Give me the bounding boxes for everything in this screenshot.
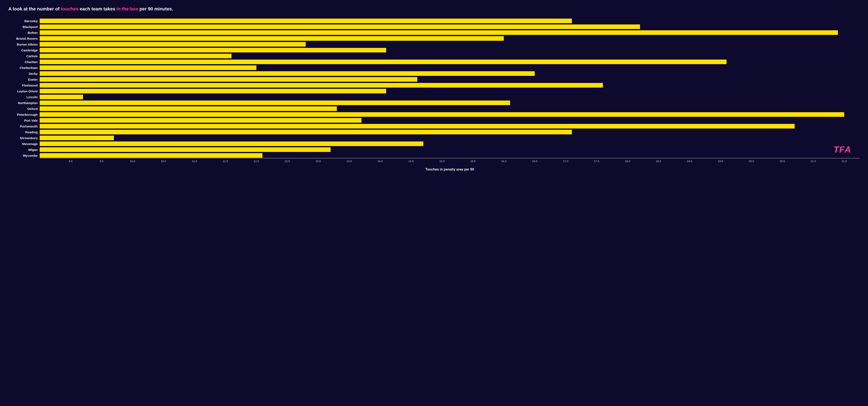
- tick-label: 12.5: [285, 160, 290, 163]
- team-label: Reading: [8, 129, 40, 135]
- tick-label: 17.0: [563, 160, 568, 163]
- labels-column: BarnsleyBlackpoolBoltonBristol RoversBur…: [8, 18, 40, 158]
- team-label: Cambridge: [8, 47, 40, 53]
- tick-label: 10.0: [130, 160, 135, 163]
- bar: [40, 36, 504, 41]
- bar: [40, 77, 417, 82]
- tick-label: 20.0: [749, 160, 754, 163]
- tick-label: 14.0: [377, 160, 382, 163]
- tick-label: 11.0: [192, 160, 197, 163]
- bar: [40, 153, 262, 158]
- title-suffix: per 90 minutes.: [138, 6, 173, 11]
- bar-row: [40, 106, 860, 112]
- team-label: Peterborough: [8, 112, 40, 118]
- chart-container: BarnsleyBlackpoolBoltonBristol RoversBur…: [8, 18, 860, 171]
- bar: [40, 89, 386, 93]
- team-label: Fleetwood: [8, 82, 40, 88]
- x-axis-area: 9.09.510.010.511.011.512.012.513.013.514…: [8, 160, 860, 166]
- tfa-logo: TFA: [834, 145, 851, 155]
- team-label: Blackpool: [8, 24, 40, 30]
- bar: [40, 54, 231, 58]
- bar-row: [40, 153, 860, 158]
- team-label: Barnsley: [8, 18, 40, 24]
- bar: [40, 48, 386, 53]
- title-middle: each team takes: [79, 6, 116, 11]
- tick-label: 13.0: [315, 160, 321, 163]
- bar-row: [40, 47, 860, 53]
- tick-label: 11.5: [223, 160, 228, 163]
- bar: [40, 130, 572, 134]
- bar-row: [40, 59, 860, 65]
- bar-row: [40, 65, 860, 71]
- bar: [40, 60, 726, 64]
- team-label: Bristol Rovers: [8, 35, 40, 41]
- team-label: Oxford: [8, 106, 40, 112]
- tick-label: 19.5: [718, 160, 723, 163]
- bar-row: [40, 76, 860, 82]
- team-label: Wycombe: [8, 153, 40, 158]
- bar-row: [40, 35, 860, 41]
- bar-row: [40, 112, 860, 118]
- tick-label: 16.0: [501, 160, 506, 163]
- x-axis-title: Touches in penalty area per 90: [40, 167, 860, 171]
- team-label: Wigan: [8, 147, 40, 153]
- x-axis-title-spacer: [8, 167, 40, 171]
- tick-label: 20.5: [780, 160, 785, 163]
- bar-row: [40, 53, 860, 59]
- team-label: Burton Albion: [8, 41, 40, 47]
- tick-label: 18.5: [656, 160, 661, 163]
- bar: [40, 147, 331, 152]
- tick-label: 15.5: [470, 160, 475, 163]
- team-label: Northampton: [8, 100, 40, 106]
- bar: [40, 42, 306, 46]
- team-label: Port Vale: [8, 118, 40, 123]
- bar-row: [40, 18, 860, 24]
- tick-label: 9.0: [69, 160, 72, 163]
- bar-row: [40, 71, 860, 76]
- team-label: Exeter: [8, 76, 40, 82]
- team-label: Stevenage: [8, 141, 40, 147]
- tick-label: 14.5: [408, 160, 413, 163]
- bar: [40, 118, 362, 123]
- team-label: Cheltenham: [8, 65, 40, 71]
- x-axis-ticks: 9.09.510.010.511.011.512.012.513.013.514…: [40, 160, 860, 166]
- tick-label: 18.0: [625, 160, 630, 163]
- chart-title: A look at the number of touches each tea…: [8, 6, 860, 12]
- bar-row: [40, 147, 860, 153]
- team-label: Leyton Orient: [8, 88, 40, 94]
- team-label: Derby: [8, 71, 40, 76]
- bar-row: [40, 135, 860, 141]
- bar-row: [40, 41, 860, 47]
- tick-label: 13.5: [346, 160, 352, 163]
- team-label: Charlton: [8, 59, 40, 65]
- bar-row: [40, 129, 860, 135]
- tick-label: 21.0: [810, 160, 816, 163]
- bar: [40, 30, 838, 35]
- bar-row: [40, 100, 860, 106]
- tick-label: 21.5: [841, 160, 847, 163]
- team-label: Bolton: [8, 30, 40, 35]
- bar-row: [40, 123, 860, 129]
- bar: [40, 124, 795, 128]
- x-axis-spacer: [8, 160, 40, 166]
- bar: [40, 25, 640, 29]
- bar: [40, 100, 510, 105]
- tick-label: 9.5: [100, 160, 103, 163]
- bar: [40, 19, 572, 23]
- bar: [40, 142, 423, 146]
- team-label: Lincoln: [8, 94, 40, 100]
- bar: [40, 71, 535, 76]
- tick-label: 16.5: [532, 160, 537, 163]
- bar: [40, 65, 256, 70]
- tick-label: 19.0: [687, 160, 692, 163]
- bar: [40, 112, 844, 117]
- bar: [40, 95, 83, 99]
- bar: [40, 106, 337, 111]
- x-axis-title-area: Touches in penalty area per 90: [8, 167, 860, 171]
- bar: [40, 135, 114, 140]
- bar-row: [40, 88, 860, 94]
- chart-wrapper: A look at the number of touches each tea…: [8, 6, 860, 171]
- team-label: Shrewsbury: [8, 135, 40, 141]
- chart-area: BarnsleyBlackpoolBoltonBristol RoversBur…: [8, 18, 860, 158]
- tick-label: 15.0: [439, 160, 444, 163]
